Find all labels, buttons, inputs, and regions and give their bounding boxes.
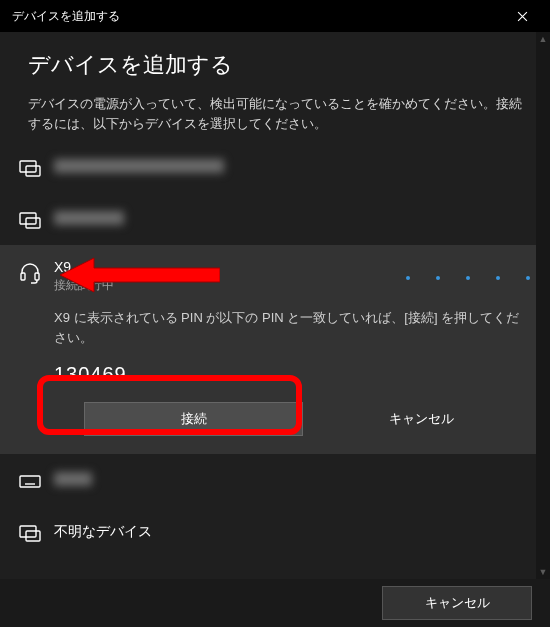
device-name: X9 [54,259,532,275]
display-icon [18,156,42,180]
device-name-redacted [54,472,92,486]
device-list: X9 接続試行中 X9 に表示されている PIN が以下の PIN と一致してい… [0,141,550,558]
device-item[interactable] [0,193,550,245]
svg-rect-5 [35,273,39,280]
device-item-unknown[interactable]: 不明なデバイス [0,506,550,558]
svg-rect-3 [26,218,40,228]
dialog-cancel-button[interactable]: キャンセル [382,586,532,620]
device-name-redacted [54,211,124,225]
page-title: デバイスを追加する [28,50,522,80]
svg-rect-1 [26,166,40,176]
scroll-up-icon: ▲ [536,32,550,46]
close-button[interactable] [500,0,544,32]
svg-rect-4 [21,273,25,280]
headset-icon [18,261,42,285]
cancel-pairing-button[interactable]: キャンセル [313,402,530,436]
scrollbar[interactable]: ▲ ▼ [536,32,550,579]
device-item[interactable] [0,454,550,506]
pin-code: 130469 [54,363,532,386]
display-icon [18,208,42,232]
close-icon [517,11,528,22]
dialog-footer: キャンセル [0,579,550,627]
device-item-x9[interactable]: X9 接続試行中 X9 に表示されている PIN が以下の PIN と一致してい… [0,245,550,454]
keyboard-icon [18,469,42,493]
scroll-down-icon: ▼ [536,565,550,579]
progress-dots [406,276,530,280]
pin-instruction: X9 に表示されている PIN が以下の PIN と一致していれば、[接続] を… [54,308,532,347]
device-name: 不明なデバイス [54,523,532,541]
instruction-text: デバイスの電源が入っていて、検出可能になっていることを確かめてください。接続する… [28,94,522,133]
svg-rect-14 [26,531,40,541]
connect-button[interactable]: 接続 [84,402,303,436]
window-title: デバイスを追加する [12,8,500,25]
display-icon [18,521,42,545]
device-item[interactable] [0,141,550,193]
titlebar: デバイスを追加する [0,0,550,32]
device-name-redacted [54,159,224,173]
svg-rect-6 [20,476,40,487]
